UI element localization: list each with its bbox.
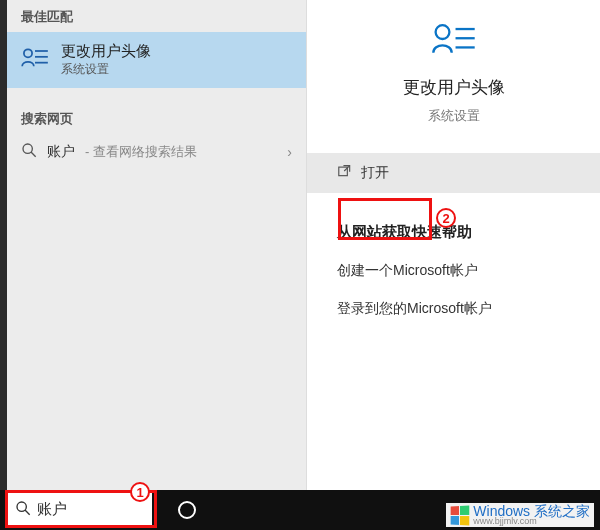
best-match-text: 更改用户头像 系统设置 [61,42,151,78]
quick-help-link[interactable]: 创建一个Microsoft帐户 [337,262,570,280]
chevron-right-icon: › [287,144,292,160]
cortana-icon [178,501,196,519]
svg-point-0 [24,49,32,57]
quick-help-link[interactable]: 登录到您的Microsoft帐户 [337,300,570,318]
search-web-header: 搜索网页 [7,102,306,134]
search-web-section: 搜索网页 账户 - 查看网络搜索结果 › [7,102,306,170]
svg-point-12 [17,502,26,511]
search-web-item[interactable]: 账户 - 查看网络搜索结果 › [7,134,306,170]
window-left-strip [0,0,7,490]
quick-help-header: 从网站获取快速帮助 [337,223,570,242]
svg-point-6 [435,25,449,39]
user-avatar-settings-icon [431,20,477,62]
detail-subtitle: 系统设置 [428,107,480,125]
results-left-panel: 最佳匹配 更改用户头像 系统设置 搜索网页 [7,0,307,490]
quick-help-section: 从网站获取快速帮助 创建一个Microsoft帐户 登录到您的Microsoft… [307,223,600,318]
best-match-subtitle: 系统设置 [61,61,151,78]
open-action[interactable]: 打开 [307,153,600,193]
open-label: 打开 [361,164,389,182]
detail-title: 更改用户头像 [403,76,505,99]
search-input[interactable] [37,501,144,518]
svg-line-13 [25,510,30,515]
search-web-hint: - 查看网络搜索结果 [85,143,197,161]
search-web-term: 账户 [47,143,75,161]
user-avatar-settings-icon [21,46,49,74]
taskbar-search-box[interactable] [7,492,152,527]
search-icon [21,142,37,162]
watermark-url: www.bjjmlv.com [473,517,590,526]
best-match-header: 最佳匹配 [7,0,306,32]
best-match-item[interactable]: 更改用户头像 系统设置 [7,32,306,88]
search-icon [15,500,31,520]
search-web-item-left: 账户 - 查看网络搜索结果 [21,142,197,162]
watermark: Windows 系统之家 www.bjjmlv.com [446,503,594,527]
svg-point-4 [23,144,32,153]
open-icon [337,164,353,182]
best-match-title: 更改用户头像 [61,42,151,61]
detail-header: 更改用户头像 系统设置 [307,20,600,125]
task-view-icon [227,502,247,518]
windows-logo-icon [451,505,470,525]
results-right-panel: 更改用户头像 系统设置 打开 从网站获取快速帮助 创建一个Microsoft帐户… [307,0,600,490]
task-view-button[interactable] [214,490,260,530]
search-results-panel: 最佳匹配 更改用户头像 系统设置 搜索网页 [7,0,600,490]
taskbar-icons [160,490,260,530]
svg-line-5 [31,152,36,157]
cortana-button[interactable] [164,490,210,530]
